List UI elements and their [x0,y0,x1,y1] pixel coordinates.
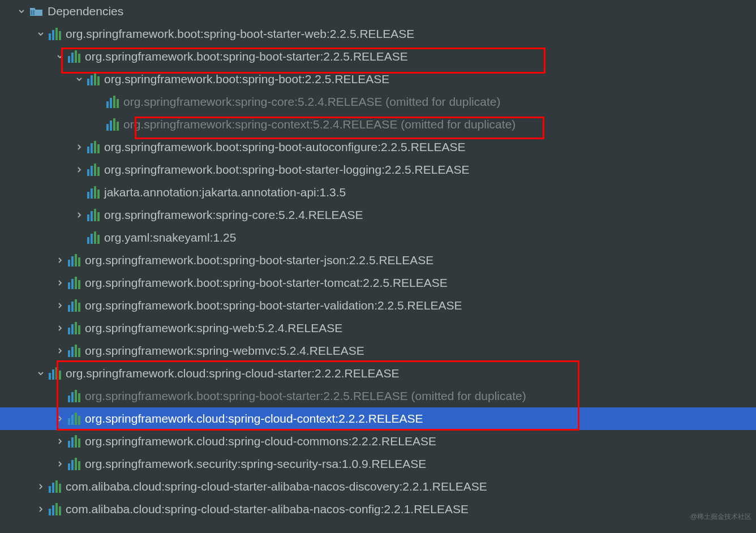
chevron-down-icon[interactable] [74,74,85,85]
library-icon [87,209,100,221]
chevron-down-icon[interactable] [54,51,66,62]
tree-row[interactable]: org.springframework.boot:spring-boot-sta… [0,294,756,317]
library-icon [68,345,80,357]
tree-row-label: org.springframework.boot:spring-boot-sta… [85,387,526,405]
library-icon [68,50,80,63]
tree-row[interactable]: org.springframework.cloud:spring-cloud-s… [0,362,756,385]
tree-row-label: org.springframework:spring-web:5.2.4.REL… [85,319,342,337]
library-icon [68,254,80,266]
tree-row-label: org.springframework.boot:spring-boot-sta… [66,25,414,43]
tree-row-label: com.alibaba.cloud:spring-cloud-starter-a… [66,500,469,518]
folder-icon [29,6,43,16]
chevron-right-icon[interactable] [54,300,66,311]
tree-row[interactable]: org.springframework:spring-webmvc:5.2.4.… [0,339,756,362]
library-icon [87,186,100,199]
library-icon [49,503,61,515]
library-icon [87,141,100,153]
tree-row[interactable]: com.alibaba.cloud:spring-cloud-starter-a… [0,498,756,521]
tree-row-label: Dependencies [48,2,123,20]
library-icon [68,390,80,402]
chevron-right-icon[interactable] [54,458,66,470]
svg-rect-0 [31,10,32,15]
chevron-down-icon[interactable] [35,368,46,379]
chevron-right-icon[interactable] [74,141,85,153]
chevron-right-icon[interactable] [54,277,66,289]
tree-row[interactable]: org.springframework.boot:spring-boot-sta… [0,385,756,407]
tree-row[interactable]: org.springframework.cloud:spring-cloud-c… [0,407,756,430]
tree-row[interactable]: org.springframework.boot:spring-boot-sta… [0,272,756,294]
library-icon [49,480,61,493]
tree-row-label: org.yaml:snakeyaml:1.25 [104,229,236,247]
tree-row-label: org.springframework.security:spring-secu… [85,455,426,473]
dependency-tree[interactable]: Dependenciesorg.springframework.boot:spr… [0,0,756,521]
tree-row[interactable]: org.springframework.boot:spring-boot-sta… [0,249,756,272]
svg-rect-1 [33,10,35,15]
tree-row[interactable]: jakarta.annotation:jakarta.annotation-ap… [0,181,756,204]
library-icon [49,367,61,380]
tree-row-label: com.alibaba.cloud:spring-cloud-starter-a… [66,478,487,496]
tree-row-label: org.springframework.boot:spring-boot:2.2… [104,70,389,88]
tree-row-label: org.springframework.boot:spring-boot-sta… [85,296,462,315]
chevron-right-icon[interactable] [54,323,66,334]
tree-row[interactable]: org.springframework.boot:spring-boot-sta… [0,23,756,45]
tree-row[interactable]: org.springframework:spring-web:5.2.4.REL… [0,317,756,339]
library-icon [68,277,80,289]
tree-row-label: org.springframework.boot:spring-boot-sta… [85,48,408,66]
tree-row[interactable]: org.springframework:spring-core:5.2.4.RE… [0,204,756,226]
tree-row[interactable]: org.springframework.security:spring-secu… [0,453,756,475]
tree-row[interactable]: org.springframework.boot:spring-boot:2.2… [0,68,756,91]
chevron-down-icon[interactable] [35,28,46,40]
tree-row-label: org.springframework:spring-core:5.2.4.RE… [104,206,363,224]
chevron-right-icon[interactable] [74,164,85,175]
library-icon [106,96,119,108]
chevron-right-icon[interactable] [54,345,66,356]
tree-row[interactable]: org.springframework:spring-context:5.2.4… [0,113,756,136]
chevron-right-icon[interactable] [74,209,85,221]
tree-row-label: org.springframework.cloud:spring-cloud-s… [66,364,399,382]
tree-row[interactable]: org.springframework.boot:spring-boot-sta… [0,158,756,181]
tree-row-label: org.springframework.boot:spring-boot-sta… [85,274,448,292]
chevron-right-icon[interactable] [35,481,46,492]
tree-row-label: org.springframework:spring-core:5.2.4.RE… [123,93,500,111]
library-icon [68,322,80,334]
tree-row-label: org.springframework.cloud:spring-cloud-c… [85,432,436,450]
tree-row[interactable]: Dependencies [0,0,756,23]
tree-row[interactable]: org.springframework:spring-core:5.2.4.RE… [0,91,756,113]
tree-row-label: org.springframework.boot:spring-boot-aut… [104,138,466,156]
chevron-right-icon[interactable] [54,413,66,424]
tree-row-label: org.springframework:spring-webmvc:5.2.4.… [85,342,364,360]
tree-row-label: org.springframework.boot:spring-boot-sta… [104,161,469,179]
chevron-right-icon[interactable] [54,436,66,447]
library-icon [87,231,100,244]
chevron-right-icon[interactable] [35,504,46,515]
tree-row-label: org.springframework.boot:spring-boot-sta… [85,251,433,269]
library-icon [68,435,80,448]
library-icon [68,412,80,425]
chevron-right-icon[interactable] [54,255,66,266]
library-icon [87,73,100,85]
tree-row-label: org.springframework.cloud:spring-cloud-c… [85,410,423,428]
tree-row[interactable]: org.springframework.cloud:spring-cloud-c… [0,430,756,453]
tree-row[interactable]: org.springframework.boot:spring-boot-aut… [0,136,756,158]
tree-row-label: jakarta.annotation:jakarta.annotation-ap… [104,183,346,201]
library-icon [106,118,119,131]
tree-row[interactable]: com.alibaba.cloud:spring-cloud-starter-a… [0,475,756,498]
watermark: @稀土掘金技术社区 [690,511,751,522]
tree-row[interactable]: org.yaml:snakeyaml:1.25 [0,226,756,249]
library-icon [68,458,80,470]
library-icon [49,28,61,40]
tree-row-label: org.springframework:spring-context:5.2.4… [123,115,516,134]
chevron-down-icon[interactable] [16,6,27,17]
tree-row[interactable]: org.springframework.boot:spring-boot-sta… [0,45,756,68]
library-icon [68,299,80,312]
library-icon [87,164,100,176]
